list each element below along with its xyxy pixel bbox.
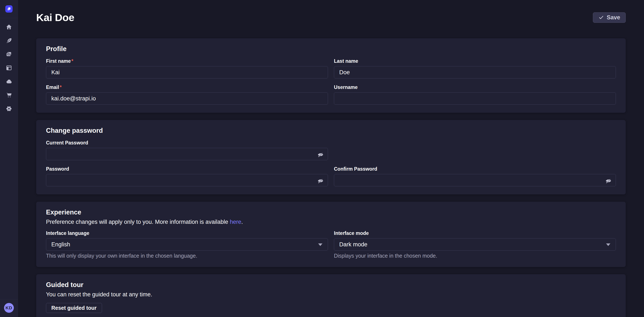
interface-language-hint: This will only display your own interfac… [46,253,328,259]
change-password-title: Change password [46,127,616,134]
cloud-icon [6,78,12,85]
new-password-input[interactable] [46,174,328,186]
first-name-input[interactable] [46,66,328,78]
main-nav-sidebar: KD [0,0,18,317]
eye-slash-icon [317,178,324,184]
sidebar-item-home[interactable] [5,23,13,31]
new-password-wrapper [46,174,328,186]
interface-mode-field-group: Interface mode Dark mode Displays your i… [334,230,616,259]
media-library-icon [6,51,12,57]
username-input[interactable] [334,92,616,105]
save-button-label: Save [607,14,620,21]
experience-description: Preference changes will apply only to yo… [46,219,616,225]
settings-gear-icon [6,105,12,112]
first-name-field-group: First name* [46,58,328,78]
email-label: Email* [46,84,328,90]
page-title: Kai Doe [36,11,74,23]
content-type-builder-icon [6,65,12,71]
more-information-link[interactable]: here [230,219,241,225]
password-fields-grid: Current Password Pass [46,140,616,186]
username-label: Username [334,84,616,90]
experience-fields-grid: Interface language English This will onl… [46,230,616,259]
sidebar-item-marketplace[interactable] [5,91,13,99]
required-asterisk: * [60,84,62,90]
last-name-label: Last name [334,58,616,64]
page-header: Kai Doe Save [36,11,626,23]
cart-icon [6,92,12,98]
eye-slash-icon [605,178,612,184]
sidebar-item-settings[interactable] [5,104,13,113]
chevron-down-icon [318,243,322,246]
current-password-input[interactable] [46,148,328,160]
interface-mode-select[interactable]: Dark mode [334,238,616,251]
interface-language-label: Interface language [46,230,328,236]
experience-card: Experience Preference changes will apply… [36,202,626,267]
grid-spacer [334,140,616,160]
confirm-password-input[interactable] [334,174,616,186]
current-password-field-group: Current Password [46,140,328,160]
new-password-field-group: Password [46,166,328,186]
current-password-wrapper [46,148,328,160]
guided-tour-card: Guided tour You can reset the guided tou… [36,274,626,317]
toggle-confirm-password-visibility-button[interactable] [604,176,613,186]
change-password-card: Change password Current Password [36,120,626,194]
experience-card-title: Experience [46,209,616,216]
guided-tour-title: Guided tour [46,281,616,289]
new-password-label: Password [46,166,328,172]
home-icon [6,24,12,30]
strapi-logo[interactable] [5,5,12,12]
email-label-text: Email [46,84,59,90]
interface-mode-value: Dark mode [339,241,367,248]
email-input[interactable] [46,92,328,105]
last-name-field-group: Last name [334,58,616,78]
email-field-group: Email* [46,84,328,105]
check-icon [598,15,604,20]
interface-language-field-group: Interface language English This will onl… [46,230,328,259]
username-field-group: Username [334,84,616,105]
sidebar-footer: KD [0,299,18,317]
guided-tour-description: You can reset the guided tour at any tim… [46,291,616,298]
sidebar-item-content-type-builder[interactable] [5,64,13,72]
logo-container [0,0,18,18]
strapi-logo-glyph [6,6,12,11]
interface-language-value: English [51,241,70,248]
sidebar-item-content-manager[interactable] [5,36,13,45]
interface-language-select[interactable]: English [46,238,328,251]
experience-description-text: Preference changes will apply only to yo… [46,219,230,225]
last-name-input[interactable] [334,66,616,78]
save-button[interactable]: Save [593,12,626,23]
settings-cards: Profile First name* Last name Email* Use… [36,38,626,317]
profile-fields-grid: First name* Last name Email* Username [46,58,616,105]
sidebar-item-deploy[interactable] [5,77,13,86]
user-avatar[interactable]: KD [4,303,14,313]
confirm-password-wrapper [334,174,616,186]
sidebar-nav [0,18,18,299]
first-name-label-text: First name [46,58,71,64]
eye-slash-icon [317,151,324,158]
current-password-label: Current Password [46,140,328,146]
experience-description-period: . [241,219,243,225]
sidebar-item-media-library[interactable] [5,50,13,58]
profile-card: Profile First name* Last name Email* Use… [36,38,626,113]
profile-card-title: Profile [46,45,616,53]
toggle-new-password-visibility-button[interactable] [316,176,326,186]
confirm-password-field-group: Confirm Password [334,166,616,186]
content-manager-icon [6,37,12,44]
chevron-down-icon [606,243,610,246]
interface-mode-label: Interface mode [334,230,616,236]
reset-guided-tour-button[interactable]: Reset guided tour [46,303,102,313]
required-asterisk: * [71,58,73,64]
toggle-current-password-visibility-button[interactable] [316,150,326,160]
first-name-label: First name* [46,58,328,64]
interface-mode-hint: Displays your interface in the chosen mo… [334,253,616,259]
main-content: Kai Doe Save Profile First name* Last na… [18,0,644,317]
confirm-password-label: Confirm Password [334,166,616,172]
